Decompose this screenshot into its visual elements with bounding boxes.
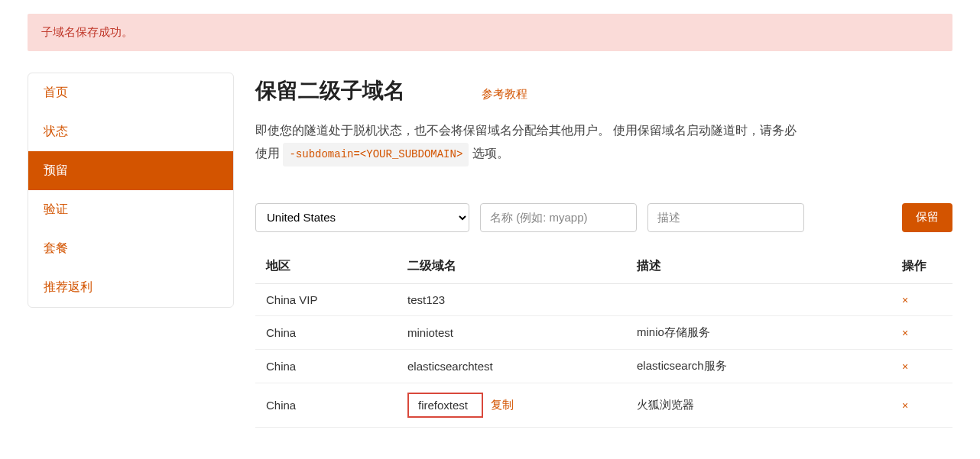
tutorial-link[interactable]: 参考教程 — [482, 87, 527, 102]
reserve-form: United States 保留 — [255, 203, 952, 232]
success-alert: 子域名保存成功。 — [28, 14, 952, 51]
sidebar-item-status[interactable]: 状态 — [28, 112, 233, 151]
sidebar-item-verify[interactable]: 验证 — [28, 190, 233, 229]
table-row: China elasticsearchtest elasticsearch服务 … — [255, 349, 952, 383]
table-row: China miniotest minio存储服务 × — [255, 315, 952, 349]
cell-subdomain: elasticsearchtest — [397, 349, 626, 383]
cell-description — [626, 283, 891, 315]
description-input[interactable] — [647, 203, 804, 232]
save-button[interactable]: 保留 — [902, 203, 952, 232]
subdomain-code-hint: -subdomain=<YOUR_SUBDOMAIN> — [283, 143, 469, 166]
delete-icon[interactable]: × — [902, 399, 908, 412]
page-title: 保留二级子域名 — [255, 76, 405, 105]
th-subdomain: 二级域名 — [397, 249, 626, 284]
delete-icon[interactable]: × — [902, 327, 908, 339]
sidebar-item-reserve[interactable]: 预留 — [28, 151, 233, 190]
sidebar-item-referral[interactable]: 推荐返利 — [28, 268, 233, 307]
cell-description: minio存储服务 — [626, 315, 891, 349]
region-select[interactable]: United States — [255, 203, 469, 232]
cell-region: China — [255, 383, 397, 427]
cell-description: elasticsearch服务 — [626, 349, 891, 383]
delete-icon[interactable]: × — [902, 360, 908, 373]
cell-region: China — [255, 349, 397, 383]
sidebar-nav: 首页 状态 预留 验证 套餐 推荐返利 — [28, 73, 234, 308]
th-region: 地区 — [255, 249, 397, 284]
main-content: 保留二级子域名 参考教程 即使您的隧道处于脱机状态，也不会将保留域名分配给其他用… — [255, 73, 952, 428]
desc-text-2: 选项。 — [472, 147, 509, 160]
copy-button[interactable]: 复制 — [491, 398, 514, 412]
th-description: 描述 — [626, 249, 891, 284]
page-description: 即使您的隧道处于脱机状态，也不会将保留域名分配给其他用户。 使用保留域名启动隧道… — [255, 119, 806, 166]
table-row: China VIP test123 × — [255, 283, 952, 315]
subdomain-table: 地区 二级域名 描述 操作 China VIP test123 × China — [255, 249, 952, 428]
delete-icon[interactable]: × — [902, 294, 908, 306]
th-action: 操作 — [891, 249, 952, 284]
cell-region: China — [255, 315, 397, 349]
cell-subdomain-highlighted: firefoxtest — [407, 393, 483, 418]
cell-subdomain: miniotest — [397, 315, 626, 349]
sidebar-item-home[interactable]: 首页 — [28, 73, 233, 112]
cell-subdomain: test123 — [397, 283, 626, 315]
cell-region: China VIP — [255, 283, 397, 315]
table-row: China firefoxtest 复制 火狐浏览器 × — [255, 383, 952, 427]
sidebar-item-plan[interactable]: 套餐 — [28, 229, 233, 268]
name-input[interactable] — [480, 203, 637, 232]
cell-description: 火狐浏览器 — [626, 383, 891, 427]
